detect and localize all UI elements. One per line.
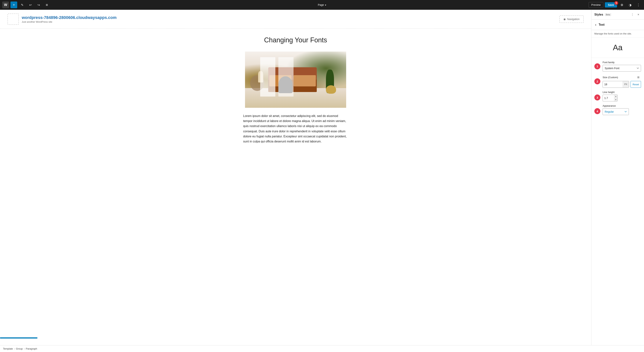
badge-4: 4 [594,108,600,114]
line-height-input-wrap: ▲ ▼ [602,95,618,101]
line-height-group: Line height ▲ ▼ [602,91,618,101]
undo-icon [29,3,32,7]
line-height-row-outer: 3 Line height ▲ ▼ [594,91,641,101]
size-unit: PX [623,81,629,88]
scrollbar[interactable] [0,337,38,338]
font-family-group: Font family System Font [602,61,641,72]
back-icon [595,23,596,27]
paragraph-text: Lorem ipsum dolor sit amet, consectetur … [243,113,348,144]
size-input-wrap: PX [602,81,629,88]
plant-basket [326,85,336,94]
navigation-label: Navigation [567,18,580,21]
undo-button[interactable] [27,2,34,8]
breadcrumb-bar: Template › Group › Paragraph [0,345,644,352]
sub-panel-title: Text [599,23,605,27]
breadcrumb-template[interactable]: Template [3,347,13,350]
image-inner [245,52,346,108]
preview-button[interactable]: Preview [588,2,604,8]
content-area: Changing Your Fonts [0,29,591,345]
chevron-down-icon [325,3,326,6]
breadcrumb-group[interactable]: Group [16,347,23,350]
font-family-label: Font family [602,61,641,64]
redo-icon [38,3,40,7]
beta-badge: Beta [605,13,611,16]
size-settings-button[interactable]: ⊞ [636,75,641,80]
reset-button[interactable]: Reset [630,81,641,88]
panel-content: 1 Font family System Font 2 Size (Custom… [591,58,644,118]
site-info: wordpress-784896-2800606.cloudwaysapps.c… [22,15,116,23]
size-label: Size (Custom) [602,76,618,79]
canvas-area: wordpress-784896-2800606.cloudwaysapps.c… [0,10,591,345]
list-view-button[interactable] [44,2,50,8]
toolbar-right: Preview Save 5 [588,2,642,8]
toolbar: W + Page Preview Save 5 [0,0,644,10]
navigation-block[interactable]: Navigation [559,15,584,23]
appearance-row-outer: 4 Appearance Regular [594,104,641,115]
badge-2: 2 [594,78,600,84]
line-height-label: Line height [602,91,618,94]
pencil-icon [21,3,24,7]
back-button[interactable] [594,22,597,28]
contrast-icon [629,3,632,7]
site-brand: wordpress-784896-2800606.cloudwaysapps.c… [8,14,116,25]
spinner-down[interactable]: ▼ [614,98,618,101]
close-icon: × [638,13,639,16]
settings-button[interactable] [618,2,625,8]
size-input[interactable] [603,82,623,87]
font-preview-text: Aa [613,43,622,52]
size-group: Size (Custom) ⊞ PX Reset [602,75,641,88]
size-input-row: PX Reset [602,81,641,88]
site-header: wordpress-784896-2800606.cloudwaysapps.c… [0,10,591,29]
gear-icon [620,3,623,7]
spinner-up[interactable]: ▲ [614,95,618,98]
edit-button[interactable] [19,2,26,8]
breadcrumb-sep-1: › [14,347,15,350]
window-right [278,57,294,97]
size-row-outer: 2 Size (Custom) ⊞ PX Reset [594,75,641,88]
panel-header-right: ⋮ × [630,12,641,17]
font-family-select[interactable]: System Font [602,65,641,72]
breadcrumb-paragraph[interactable]: Paragraph [26,347,37,350]
sub-panel-header: Text [591,20,644,30]
breadcrumb-sep-2: › [24,347,24,350]
save-button[interactable]: Save 5 [605,2,617,8]
size-label-row: Size (Custom) ⊞ [602,75,641,80]
more-icon [637,3,640,7]
panel-header-left: Styles Beta [594,13,611,16]
appearance-select[interactable]: Regular [602,108,629,115]
appearance-label: Appearance [602,104,629,107]
main-area: wordpress-784896-2800606.cloudwaysapps.c… [0,10,644,345]
badge-3: 3 [594,95,600,101]
more-options-button[interactable]: ⋮ [630,12,635,17]
more-button[interactable] [635,2,642,8]
redo-button[interactable] [35,2,42,8]
more-options-icon: ⋮ [631,13,634,16]
window-left [260,57,275,97]
appearance-group: Appearance Regular [602,104,629,115]
panel-description: Manage the fonts used on the site. [591,30,644,38]
list-icon [46,3,48,7]
sofa-cushion-right [294,75,316,86]
spinner: ▲ ▼ [614,95,618,101]
badge-1: 1 [594,63,600,69]
add-block-button[interactable]: + [10,2,17,8]
line-height-input[interactable] [603,95,614,101]
site-logo[interactable] [8,14,19,25]
styles-panel: Styles Beta ⋮ × Text Manage the fonts us… [591,10,644,345]
page-title: Changing Your Fonts [15,36,576,44]
page-label: Page [318,3,324,6]
page-frame: wordpress-784896-2800606.cloudwaysapps.c… [0,10,591,345]
navigation-icon [564,18,566,21]
wp-logo[interactable]: W [2,2,9,8]
featured-image [245,52,346,108]
panel-title: Styles [594,13,603,16]
save-badge: 5 [614,1,618,5]
site-title[interactable]: wordpress-784896-2800606.cloudwaysapps.c… [22,15,116,20]
site-tagline: Just another WordPress site [22,21,116,23]
contrast-button[interactable] [627,2,634,8]
page-selector[interactable]: Page [318,3,326,6]
close-panel-button[interactable]: × [636,12,641,17]
font-family-row: 1 Font family System Font [594,61,641,72]
panel-header: Styles Beta ⋮ × [591,10,644,20]
font-preview: Aa [591,38,644,58]
